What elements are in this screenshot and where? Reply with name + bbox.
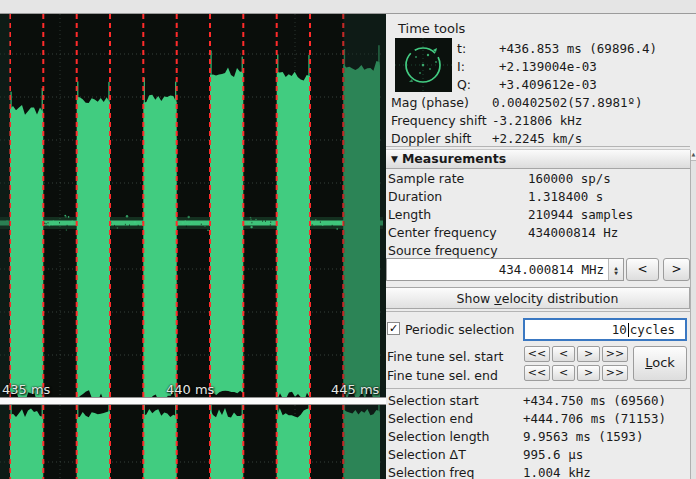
selection-delta-t-label: Selection ΔT bbox=[388, 447, 466, 462]
checkmark-icon: ✓ bbox=[389, 322, 398, 335]
separator bbox=[386, 311, 690, 312]
doppler-shift-label: Doppler shift bbox=[391, 131, 471, 146]
selection-delta-t-value: 995.6 µs bbox=[523, 447, 583, 462]
text-cursor bbox=[628, 323, 629, 337]
collapse-arrow-icon: ▼ bbox=[391, 154, 398, 164]
fine-tune-start-fast-left-button[interactable]: << bbox=[524, 346, 550, 362]
button-mnemonic: v bbox=[494, 291, 501, 306]
q-label: Q: bbox=[457, 77, 471, 92]
frequency-shift-value: -3.21806 kHz bbox=[492, 113, 582, 128]
fine-tune-end-fast-left-button[interactable]: << bbox=[524, 365, 550, 381]
sample-rate-value: 160000 sp/s bbox=[528, 171, 611, 186]
fine-tune-end-label: Fine tune sel. end bbox=[387, 368, 498, 383]
fine-tune-start-label: Fine tune sel. start bbox=[387, 349, 504, 364]
mag-phase-value: 0.00402502(57.8981º) bbox=[492, 95, 643, 110]
source-frequency-label: Source frequency bbox=[388, 243, 498, 258]
duration-value: 1.318400 s bbox=[528, 189, 603, 204]
t-label: t: bbox=[457, 41, 466, 56]
time-axis-label: 445 ms bbox=[331, 382, 379, 397]
fine-tune-start-right-button[interactable]: > bbox=[577, 346, 600, 362]
frequency-spinbox-value[interactable]: 434.000814 MHz bbox=[387, 262, 608, 277]
doppler-shift-value: +2.2245 km/s bbox=[492, 131, 582, 146]
scroll-up-icon[interactable]: ▲ bbox=[691, 150, 696, 161]
mag-phase-label: Mag (phase) bbox=[391, 95, 469, 110]
frequency-spinbox[interactable]: 434.000814 MHz ▲ ▼ bbox=[386, 258, 624, 281]
fine-tune-end-left-button[interactable]: < bbox=[552, 365, 575, 381]
waveform-area: 435 ms 440 ms 445 ms bbox=[0, 14, 386, 479]
window-top-strip bbox=[0, 0, 696, 14]
length-value: 210944 samples bbox=[528, 207, 633, 222]
sigdigger-time-window: { "time_tools": { "title": "Time tools",… bbox=[0, 0, 696, 479]
time-axis-label: 435 ms bbox=[2, 382, 50, 397]
selection-start-label: Selection start bbox=[388, 393, 479, 408]
frequency-prev-button[interactable]: < bbox=[626, 258, 659, 281]
waveform-panel-main[interactable]: 435 ms 440 ms 445 ms bbox=[0, 14, 386, 397]
fine-tune-end-right-button[interactable]: > bbox=[577, 365, 600, 381]
button-label-part: elocity distribution bbox=[502, 291, 619, 306]
measurements-section-header[interactable]: ▼Measurements bbox=[386, 149, 690, 169]
frequency-next-button[interactable]: > bbox=[663, 258, 690, 281]
waveform-panel-secondary[interactable] bbox=[0, 405, 386, 479]
cycles-input[interactable]: 10 cycles bbox=[523, 318, 687, 341]
center-frequency-label: Center frequency bbox=[388, 225, 497, 240]
selection-end-value: +444.706 ms (71153) bbox=[523, 411, 666, 426]
fine-tune-end-fast-right-button[interactable]: >> bbox=[602, 365, 628, 381]
measurements-title: Measurements bbox=[402, 151, 506, 166]
periodic-selection-label: Periodic selection bbox=[405, 322, 514, 337]
t-value: +436.853 ms (69896.4) bbox=[499, 41, 657, 56]
selection-start-value: +434.750 ms (69560) bbox=[523, 393, 666, 408]
spin-down-icon[interactable]: ▼ bbox=[614, 270, 618, 275]
selection-length-label: Selection length bbox=[388, 429, 489, 444]
selection-freq-label: Selection freq bbox=[388, 465, 474, 479]
separator bbox=[386, 146, 690, 147]
center-frequency-value: 434000814 Hz bbox=[528, 225, 618, 240]
frequency-shift-label: Frequency shift bbox=[391, 113, 487, 128]
section-title-time-tools: Time tools bbox=[398, 21, 465, 36]
cycles-suffix: cycles bbox=[630, 322, 675, 337]
fine-tune-start-left-button[interactable]: < bbox=[552, 346, 575, 362]
sample-rate-label: Sample rate bbox=[388, 171, 464, 186]
selection-end-label: Selection end bbox=[388, 411, 473, 426]
i-label: I: bbox=[457, 59, 465, 74]
panel-splitter[interactable] bbox=[0, 397, 386, 405]
spinner-arrows-icon[interactable]: ▲ ▼ bbox=[608, 259, 623, 280]
cycles-value: 10 bbox=[612, 322, 627, 337]
i-value: +2.139004e-03 bbox=[499, 59, 597, 74]
button-label-part: ock bbox=[652, 355, 675, 370]
iq-constellation-display bbox=[395, 38, 452, 92]
q-value: +3.409612e-03 bbox=[499, 77, 597, 92]
periodic-selection-checkbox[interactable]: ✓ bbox=[387, 322, 400, 335]
time-axis-label: 440 ms bbox=[166, 382, 214, 397]
show-velocity-distribution-button[interactable]: Show velocity distribution bbox=[386, 287, 690, 309]
time-tools-panel: Time tools t: +436.853 ms (69896.4) I: +… bbox=[386, 14, 696, 479]
lock-button[interactable]: Lock bbox=[633, 346, 687, 381]
selection-freq-value: 1.004 kHz bbox=[523, 465, 591, 479]
button-label-part: Show bbox=[457, 291, 495, 306]
duration-label: Duration bbox=[388, 189, 442, 204]
panel-scrollbar[interactable]: ▲ bbox=[690, 150, 696, 479]
separator bbox=[386, 388, 690, 389]
length-label: Length bbox=[388, 207, 431, 222]
selection-length-value: 9.9563 ms (1593) bbox=[523, 429, 643, 444]
fine-tune-start-fast-right-button[interactable]: >> bbox=[602, 346, 628, 362]
